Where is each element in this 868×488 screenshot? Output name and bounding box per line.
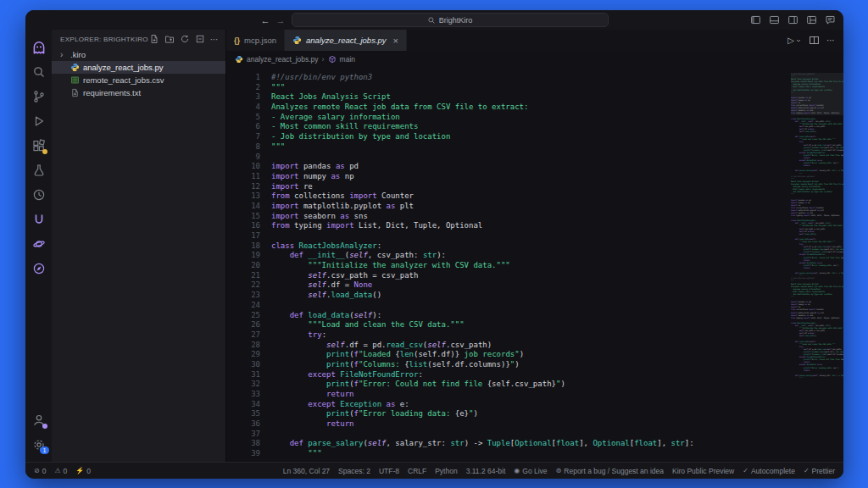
settings-gear-icon[interactable]: 1 (25, 432, 52, 457)
check-icon: ✓ (743, 467, 748, 474)
chevron-down-icon (795, 37, 802, 44)
python-file-icon (235, 55, 243, 64)
folder-name: .kiro (70, 50, 86, 59)
check-icon: ✓ (804, 467, 810, 474)
activity-bar: 1 (25, 30, 52, 462)
warning-icon: ⚠ (54, 467, 60, 474)
status-item[interactable]: ⊘0 (34, 467, 46, 475)
editor[interactable]: 1234567891011121314151617181920212223242… (226, 67, 843, 462)
text-file-icon (70, 88, 80, 97)
breadcrumb-file[interactable]: analyze_react_jobs.py (247, 55, 319, 64)
toggle-panel-icon[interactable] (769, 14, 780, 25)
title-bar: ← → BrightKiro (25, 10, 843, 30)
history-forward-button[interactable]: → (276, 15, 286, 25)
circle-slash-icon: ⊘ (34, 467, 40, 474)
extensions-badge (42, 149, 47, 154)
close-icon[interactable]: × (393, 36, 398, 46)
history-back-button[interactable]: ← (261, 15, 270, 25)
run-python-file-button[interactable]: ▷ (787, 36, 802, 45)
file-name: analyze_react_jobs.py (83, 63, 164, 72)
history-clock-icon[interactable] (25, 182, 52, 207)
status-item[interactable]: CRLF (408, 467, 426, 475)
status-item[interactable]: ✓Prettier (804, 467, 835, 475)
new-folder-icon[interactable] (164, 34, 175, 44)
split-editor-icon[interactable] (809, 35, 820, 46)
file-name: requirements.txt (83, 88, 141, 97)
status-bar: ⊘0⚠0⚡0 Ln 360, Col 27Spaces: 2UTF-8CRLFP… (25, 462, 843, 479)
tab-label: mcp.json (244, 36, 276, 45)
compass-icon[interactable] (25, 256, 52, 280)
file-tree: › .kiro analyze_react_jobs.py remote_rea… (52, 48, 225, 99)
more-actions-icon[interactable]: ⋯ (210, 35, 219, 44)
editor-more-actions-icon[interactable]: ⋯ (826, 36, 835, 45)
tab-label: analyze_react_jobs.py (306, 36, 387, 45)
status-item[interactable]: ⚠0 (54, 467, 67, 475)
desktop-background: ← → BrightKiro (0, 0, 868, 488)
status-item[interactable]: Python (435, 467, 457, 475)
file-name: remote_react_jobs.csv (83, 75, 164, 85)
toggle-secondary-sidebar-icon[interactable] (787, 14, 798, 25)
run-debug-icon[interactable] (25, 108, 52, 133)
collapse-all-icon[interactable] (195, 34, 205, 44)
extensions-icon[interactable] (25, 133, 52, 158)
toggle-primary-sidebar-icon[interactable] (750, 14, 761, 25)
zap-icon: ⚡ (75, 467, 84, 474)
file-row-requirements[interactable]: requirements.txt (52, 86, 225, 99)
new-file-icon[interactable] (149, 34, 159, 44)
status-item[interactable]: Spaces: 2 (338, 467, 370, 475)
explorer-header-title: EXPLORER: BRIGHTKIRO (60, 36, 148, 43)
account-icon[interactable] (25, 408, 52, 432)
breadcrumb-separator: › (322, 55, 325, 64)
chevron-right-icon: › (60, 50, 67, 59)
status-item[interactable]: ◉Go Live (514, 467, 547, 475)
python-file-icon (292, 36, 302, 45)
file-row-analyze-react-jobs[interactable]: analyze_react_jobs.py (52, 61, 225, 74)
status-item[interactable]: ⊚Report a bug / Suggest an idea (556, 467, 664, 475)
chat-icon[interactable] (825, 14, 836, 25)
code-lines[interactable]: #!/usr/bin/env python3"""React Jobs Anal… (271, 73, 791, 462)
status-item[interactable]: Ln 360, Col 27 (283, 467, 330, 475)
json-icon: {} (234, 36, 240, 45)
breadcrumb: analyze_react_jobs.py › main (226, 51, 843, 67)
status-right: Ln 360, Col 27Spaces: 2UTF-8CRLFPython3.… (283, 467, 835, 475)
minimap-viewport[interactable] (791, 73, 843, 115)
mcp-planet-icon[interactable] (25, 231, 52, 256)
status-item[interactable]: UTF-8 (379, 467, 399, 475)
command-center-search[interactable]: BrightKiro (292, 13, 609, 27)
refresh-icon[interactable] (180, 34, 190, 44)
explorer-sidebar: EXPLORER: BRIGHTKIRO ⋯ › .kiro (52, 30, 226, 462)
hooks-icon[interactable] (25, 207, 52, 231)
test-flask-icon[interactable] (25, 158, 52, 182)
tab-mcp-json[interactable]: {} mcp.json (226, 30, 285, 51)
customize-layout-icon[interactable] (806, 14, 817, 25)
folder-row-kiro[interactable]: › .kiro (52, 48, 225, 61)
file-row-remote-react-jobs[interactable]: remote_react_jobs.csv (52, 74, 225, 86)
status-item[interactable]: Kiro Public Preview (672, 467, 734, 475)
settings-badge: 1 (40, 446, 49, 454)
symbol-method-icon (328, 55, 337, 64)
search-view-icon[interactable] (25, 59, 52, 84)
tab-analyze-react-jobs[interactable]: analyze_react_jobs.py × (285, 30, 407, 51)
python-file-icon (70, 63, 80, 72)
csv-file-icon (70, 75, 80, 85)
kiro-logo-icon[interactable] (25, 35, 52, 59)
minimap[interactable]: #!/usr/bin/env python3"""React Jobs Anal… (791, 73, 843, 462)
search-icon (427, 16, 436, 25)
command-center-text: BrightKiro (439, 16, 473, 25)
status-item[interactable]: ✓Autocomplete (743, 467, 795, 475)
breadcrumb-symbol[interactable]: main (340, 55, 355, 64)
status-item[interactable]: ⚡0 (75, 467, 91, 475)
bug-icon: ⊚ (556, 467, 562, 474)
app-window: ← → BrightKiro (25, 10, 843, 479)
source-control-icon[interactable] (25, 84, 52, 108)
status-item[interactable]: 3.11.2 64-bit (466, 467, 506, 475)
line-numbers: 1234567891011121314151617181920212223242… (226, 73, 271, 462)
minimap-content: #!/usr/bin/env python3"""React Jobs Anal… (791, 73, 843, 380)
account-badge (42, 424, 47, 429)
status-left: ⊘0⚠0⚡0 (34, 467, 91, 475)
broadcast-icon: ◉ (514, 467, 520, 474)
tab-bar: {} mcp.json analyze_react_jobs.py × ▷ (226, 30, 843, 51)
